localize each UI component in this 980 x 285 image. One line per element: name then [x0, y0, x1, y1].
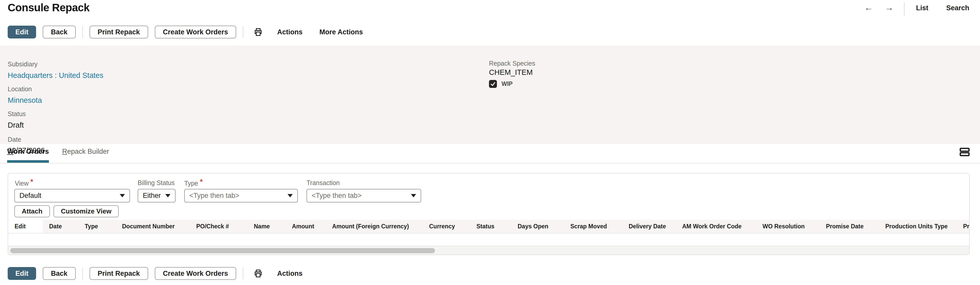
column-header-document-number: Document Number [116, 219, 190, 233]
print-repack-button[interactable]: Print Repack [89, 267, 148, 280]
transaction-select[interactable]: <Type then tab> [307, 189, 421, 202]
edit-button[interactable]: Edit [8, 267, 36, 280]
expand-tables-icon[interactable] [959, 147, 970, 156]
subsidiary-label: Subsidiary [8, 61, 38, 68]
work-orders-table-header: Edit Date Type Document Number PO/Check … [8, 219, 970, 234]
location-link[interactable]: Minnesota [8, 96, 42, 104]
scrollbar-thumb[interactable] [10, 248, 435, 253]
attach-button[interactable]: Attach [14, 205, 50, 217]
record-fields-section: Subsidiary Headquarters : United States … [0, 46, 980, 144]
column-header-production-units-type: Production Units Type [879, 219, 957, 233]
column-header-delivery-date: Delivery Date [622, 219, 676, 233]
transaction-filter-label: Transaction [307, 179, 340, 187]
column-header-po-check: PO/Check # [190, 219, 247, 233]
back-button[interactable]: Back [43, 267, 76, 280]
caret-down-icon [288, 194, 293, 197]
tabs-divider [0, 163, 980, 163]
required-asterisk: * [200, 178, 203, 186]
nav-list-link[interactable]: List [916, 4, 928, 12]
type-filter-label: Type* [184, 179, 203, 187]
tab-work-orders[interactable]: Work Orders [7, 144, 49, 163]
tabs: Work Orders Repack Builder [7, 144, 109, 163]
nav-forward-arrow-icon[interactable]: → [885, 3, 894, 13]
view-filter-label: View* [15, 179, 33, 187]
printer-icon[interactable] [254, 27, 263, 37]
caret-down-icon [120, 194, 125, 197]
column-header-amount-foreign-currency: Amount (Foreign Currency) [326, 219, 423, 233]
repack-species-label: Repack Species [489, 60, 535, 67]
page-title: Consule Repack [8, 2, 89, 14]
top-toolbar: Edit Back Print Repack Create Work Order… [8, 26, 363, 38]
create-work-orders-button[interactable]: Create Work Orders [155, 267, 236, 280]
column-header-type: Type [78, 219, 116, 233]
type-select[interactable]: <Type then tab> [184, 189, 298, 202]
nav-divider [904, 2, 905, 16]
wip-label: WIP [501, 80, 512, 87]
column-header-name: Name [247, 219, 286, 233]
nav-search-link[interactable]: Search [946, 4, 969, 12]
toolbar-divider [243, 26, 243, 38]
required-asterisk: * [30, 178, 33, 186]
toolbar-divider [83, 267, 83, 279]
wip-checkbox[interactable] [489, 80, 497, 88]
tab-repack-builder[interactable]: Repack Builder [62, 144, 109, 163]
back-button[interactable]: Back [43, 26, 76, 38]
caret-down-icon [411, 194, 416, 197]
column-header-status: Status [470, 219, 511, 233]
wip-checkbox-row: WIP [489, 80, 512, 88]
column-header-date: Date [43, 219, 78, 233]
actions-menu-button[interactable]: Actions [277, 270, 302, 277]
print-repack-button[interactable]: Print Repack [89, 26, 148, 38]
status-label: Status [8, 110, 26, 118]
column-header-amount: Amount [286, 219, 326, 233]
consule-repack-page: Consule Repack ← → List Search Edit Back… [0, 0, 980, 285]
status-value: Draft [8, 121, 24, 130]
billing-status-filter-label: Billing Status [138, 179, 175, 187]
column-header-wo-resolution: WO Resolution [756, 219, 819, 233]
billing-status-select[interactable]: Either [138, 189, 175, 202]
bottom-toolbar: Edit Back Print Repack Create Work Order… [8, 267, 302, 280]
column-header-days-open: Days Open [511, 219, 564, 233]
customize-view-button[interactable]: Customize View [54, 205, 119, 217]
work-orders-panel: View* Default Billing Status Either Type… [8, 173, 970, 255]
view-select[interactable]: Default [14, 189, 130, 202]
caret-down-icon [165, 194, 170, 197]
more-actions-menu-button[interactable]: More Actions [319, 28, 363, 36]
date-label: Date [8, 136, 21, 143]
nav-back-arrow-icon[interactable]: ← [864, 3, 873, 13]
column-header-scrap-moved: Scrap Moved [564, 219, 622, 233]
toolbar-divider [243, 267, 243, 279]
column-header-am-work-order-code: AM Work Order Code [676, 219, 756, 233]
subsidiary-link[interactable]: Headquarters : United States [8, 71, 103, 80]
create-work-orders-button[interactable]: Create Work Orders [155, 26, 236, 38]
printer-icon[interactable] [254, 269, 263, 278]
column-header-production-truncated: Pro [957, 219, 970, 233]
repack-species-value: CHEM_ITEM [489, 68, 533, 77]
toolbar-divider [83, 26, 83, 38]
horizontal-scrollbar[interactable] [8, 246, 969, 255]
actions-menu-button[interactable]: Actions [277, 28, 302, 36]
checkmark-icon [490, 81, 496, 86]
location-label: Location [8, 85, 32, 93]
column-header-promise-date: Promise Date [819, 219, 879, 233]
column-header-currency: Currency [423, 219, 470, 233]
edit-button[interactable]: Edit [8, 26, 36, 38]
column-header-edit: Edit [8, 219, 43, 233]
sublist-buttons: Attach Customize View [14, 205, 119, 217]
